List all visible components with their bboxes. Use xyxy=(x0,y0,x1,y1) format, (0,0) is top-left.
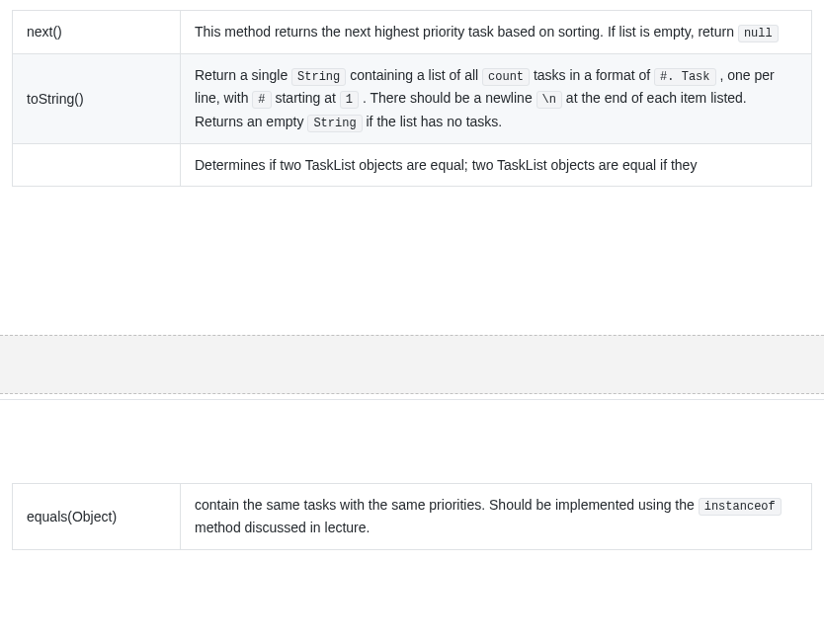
table-row: next() This method returns the next high… xyxy=(13,11,812,54)
method-desc-cell: This method returns the next highest pri… xyxy=(181,11,812,54)
method-desc-cell: Return a single String containing a list… xyxy=(181,54,812,144)
code-literal: # xyxy=(252,91,271,109)
code-literal: #. Task xyxy=(654,68,715,86)
desc-text: This method returns the next highest pri… xyxy=(195,24,738,40)
table-row: equals(Object) contain the same tasks wi… xyxy=(13,484,812,550)
methods-table-top: next() This method returns the next high… xyxy=(12,10,812,187)
dashed-separator xyxy=(0,335,824,394)
table-row: Determines if two TaskList objects are e… xyxy=(13,143,812,186)
methods-table-bottom: equals(Object) contain the same tasks wi… xyxy=(12,483,812,550)
code-literal: null xyxy=(738,25,779,42)
method-desc-cell: contain the same tasks with the same pri… xyxy=(181,484,812,550)
desc-text: contain the same tasks with the same pri… xyxy=(195,497,699,513)
desc-text: . There should be a newline xyxy=(359,90,536,106)
desc-text: Return a single xyxy=(195,67,291,83)
desc-text: if the list has no tasks. xyxy=(363,114,503,129)
code-literal: String xyxy=(291,68,346,86)
table-row: toString() Return a single String contai… xyxy=(13,54,812,144)
method-name-cell: toString() xyxy=(13,54,181,144)
desc-text: Determines if two TaskList objects are e… xyxy=(195,157,697,173)
method-desc-cell: Determines if two TaskList objects are e… xyxy=(181,143,812,186)
desc-text: containing a list of all xyxy=(346,67,482,83)
method-name-cell: next() xyxy=(13,11,181,54)
code-literal: 1 xyxy=(340,91,359,109)
code-literal: String xyxy=(307,115,362,132)
code-literal: instanceof xyxy=(699,498,782,516)
method-name-cell xyxy=(13,143,181,186)
code-literal: count xyxy=(482,68,530,86)
desc-text: tasks in a format of xyxy=(530,67,654,83)
desc-text: starting at xyxy=(272,90,340,106)
desc-text: Returns an empty xyxy=(195,114,307,129)
top-table-wrapper: next() This method returns the next high… xyxy=(0,0,824,187)
solid-separator xyxy=(0,399,824,400)
desc-text: method discussed in lecture. xyxy=(195,520,370,535)
desc-text: at the end of each item listed. xyxy=(562,90,747,106)
bottom-table-wrapper: equals(Object) contain the same tasks wi… xyxy=(0,473,824,550)
page-break-region xyxy=(0,187,824,473)
method-name-cell: equals(Object) xyxy=(13,484,181,550)
code-literal: \n xyxy=(536,91,562,109)
